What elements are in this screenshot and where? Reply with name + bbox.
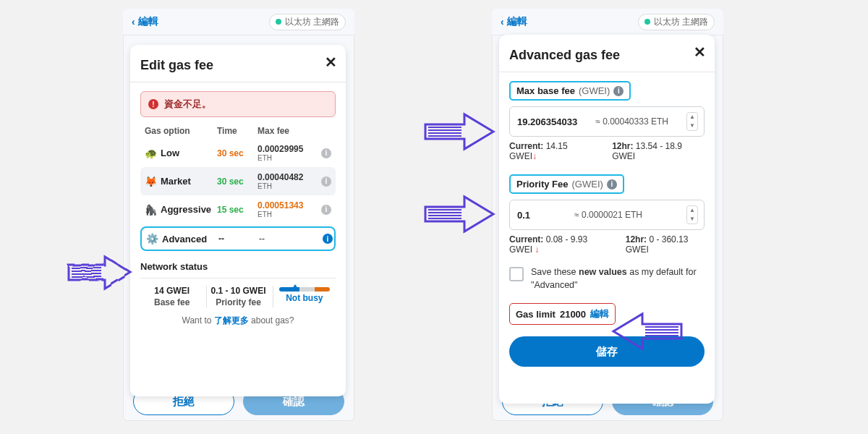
priority-subline: Current: 0.08 - 9.93 GWEI ↓ 12hr: 0 - 36… [509,234,705,255]
alert-text: 資金不足。 [164,98,211,111]
fox-icon: 🦊 [145,176,156,187]
modal-title: Edit gas fee [140,58,336,73]
info-icon[interactable]: i [323,234,333,244]
time: 30 sec [217,148,253,158]
back-label: 編輯 [138,15,158,28]
modal-title: Advanced gas fee [509,48,705,63]
maxbase-label: Max base fee [516,85,575,96]
back-button[interactable]: ‹ 編輯 [132,15,158,28]
network-pill[interactable]: 以太坊 主網路 [638,14,715,30]
network-status-heading: Network status [140,261,336,272]
info-icon[interactable]: i [321,176,331,187]
annotation-arrow-icon [421,191,501,240]
time: 30 sec [217,176,253,187]
gas-option-advanced[interactable]: ⚙️Advanced -- -- i [140,226,336,251]
col-maxfee: Max fee [258,126,317,136]
close-icon[interactable]: ✕ [694,45,706,59]
chevron-left-icon: ‹ [132,16,135,27]
priority-value: 0.1 [517,210,530,221]
gas-option-market[interactable]: 🦊Market 30 sec 0.00040482ETH i [140,167,336,195]
gaslimit-value: 21000 [560,309,586,320]
close-icon[interactable]: ✕ [325,55,337,69]
insufficient-funds-alert: ! 資金不足。 [140,91,336,117]
congestion-label: Not busy [273,293,336,303]
info-icon[interactable]: i [321,205,331,215]
learn-more-link[interactable]: 了解更多 [214,315,249,326]
turtle-icon: 🐢 [145,148,156,159]
priority-label: Priority fee [207,297,269,307]
priority-label-chip: Priority Fee (GWEI) i [509,174,624,194]
priority-approx: ≈ 0.0000021 ETH [574,210,642,220]
maxbase-label-chip: Max base fee (GWEI) i [509,81,631,101]
down-arrow-icon: ↓ [532,151,537,161]
network-name: 以太坊 主網路 [285,16,339,28]
gas-limit-chip: Gas limit 21000 編輯 [509,303,616,325]
maxbase-value: 19.206354033 [517,116,577,127]
priority-label: Priority Fee [516,179,569,190]
info-icon[interactable]: i [613,86,624,96]
maxbase-unit: (GWEI) [579,85,610,96]
priority-input[interactable]: 0.1 ≈ 0.0000021 ETH ▲▼ [509,200,705,230]
checkbox-icon[interactable] [509,267,524,281]
gaslimit-label: Gas limit [516,309,556,320]
gorilla-icon: 🦍 [145,204,156,216]
maxbase-subline: Current: 14.15 GWEI↓ 12hr: 13.54 - 18.9 … [509,141,705,161]
learn-more-line: Want to 了解更多 about gas? [140,315,336,327]
time: -- [218,234,255,244]
priority-unit: (GWEI) [572,179,603,190]
network-dot-icon [644,19,650,25]
topbar: ‹ 編輯 以太坊 主網路 [492,9,723,35]
down-arrow-icon: ↓ [535,244,539,255]
congestion-bar-icon [279,287,330,292]
network-pill[interactable]: 以太坊 主網路 [269,14,346,30]
gas-table-header: Gas option Time Max fee [140,117,336,139]
max-fee: 0.00040482ETH [258,172,317,190]
maxbase-approx: ≈ 0.00040333 ETH [595,116,668,127]
back-label: 編輯 [507,15,527,28]
save-defaults-row[interactable]: Save these new values as my default for … [509,266,705,292]
info-icon[interactable]: i [607,179,617,190]
info-icon[interactable]: i [321,148,331,158]
network-dot-icon [276,19,281,25]
stepper-icon[interactable]: ▲▼ [686,205,698,224]
save-button[interactable]: 儲存 [509,336,705,367]
back-button[interactable]: ‹ 編輯 [501,15,527,28]
time: 15 sec [217,205,253,215]
max-fee: 0.00029995ETH [258,144,317,162]
annotation-arrow-icon [421,109,501,158]
gas-option-low[interactable]: 🐢Low 30 sec 0.00029995ETH i [140,139,336,167]
advanced-gas-fee-modal: Advanced gas fee ✕ Max base fee (GWEI) i… [499,35,715,404]
topbar: ‹ 編輯 以太坊 主網路 [123,9,354,35]
divider [130,82,346,82]
divider [499,72,715,72]
save-defaults-text: Save these new values as my default for … [531,266,705,292]
col-option: Gas option [145,126,213,136]
basefee-value: 14 GWEI [140,286,203,296]
gas-option-aggressive[interactable]: 🦍Aggressive 15 sec 0.00051343ETH i [140,195,336,224]
edit-gas-fee-modal: Edit gas fee ✕ ! 資金不足。 Gas option Time M… [130,45,346,396]
gaslimit-edit-link[interactable]: 編輯 [590,307,609,320]
chevron-left-icon: ‹ [501,16,504,27]
network-name: 以太坊 主網路 [654,16,708,28]
max-fee: 0.00051343ETH [258,200,317,218]
stepper-icon[interactable]: ▲▼ [686,112,698,131]
gear-icon: ⚙️ [146,233,158,244]
maxbase-input[interactable]: 19.206354033 ≈ 0.00040333 ETH ▲▼ [509,106,705,137]
error-icon: ! [148,99,158,109]
max-fee: -- [259,234,318,244]
col-time: Time [217,126,253,136]
network-status-grid: 14 GWEI Base fee 0.1 - 10 GWEI Priority … [140,278,336,307]
priority-value: 0.1 - 10 GWEI [207,286,269,296]
basefee-label: Base fee [140,297,203,307]
